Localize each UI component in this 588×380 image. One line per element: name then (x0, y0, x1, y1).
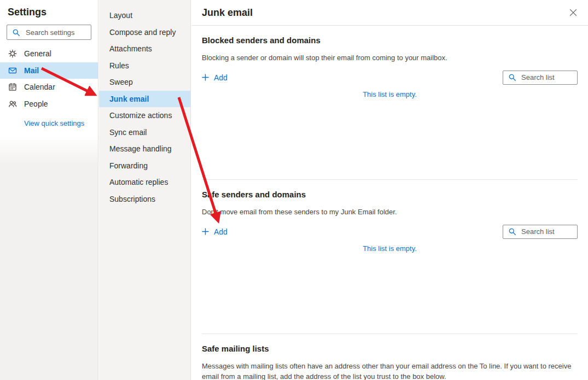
settings-search-input[interactable] (25, 28, 88, 37)
empty-list-message: This list is empty. (202, 90, 578, 98)
sidebar-item-label: Calendar (24, 83, 55, 91)
category-item-label: Automatic replies (109, 178, 168, 186)
section-safe-mailing-lists: Safe mailing listsMessages with mailing … (202, 334, 578, 380)
add-row: Add (202, 225, 578, 239)
category-item-label: Compose and reply (109, 28, 176, 37)
category-item-label: Sync email (109, 128, 147, 137)
category-item-label: Customize actions (109, 111, 172, 120)
category-item-forwarding[interactable]: Forwarding (99, 157, 190, 174)
panel-title: Junk email (202, 7, 253, 19)
mail-icon (8, 66, 17, 75)
add-button-label: Add (214, 73, 228, 82)
list-search-input[interactable] (520, 73, 574, 82)
section-description: Blocking a sender or domain will stop th… (202, 53, 578, 63)
add-plus-icon (202, 228, 209, 235)
category-item-automatic-replies[interactable]: Automatic replies (99, 174, 190, 191)
add-plus-icon (202, 74, 209, 81)
panel-header: Junk email (191, 0, 588, 26)
sidebar-item-label: Mail (24, 66, 39, 75)
settings-sidebar: Settings GeneralMailCalendarPeople View … (0, 0, 98, 380)
sidebar-item-general[interactable]: General (0, 45, 98, 62)
sidebar-item-label: General (24, 49, 51, 58)
category-item-label: Message handling (109, 144, 172, 153)
sidebar-item-mail[interactable]: Mail (0, 62, 98, 79)
gear-icon (8, 49, 17, 58)
search-icon (508, 73, 516, 81)
sidebar-nav: GeneralMailCalendarPeople (0, 45, 98, 112)
settings-window: Settings GeneralMailCalendarPeople View … (0, 0, 588, 380)
category-item-rules[interactable]: Rules (99, 57, 190, 74)
list-search-input[interactable] (520, 227, 574, 236)
search-icon (12, 28, 20, 37)
add-button-label: Add (214, 227, 228, 236)
search-icon (508, 227, 516, 236)
settings-title: Settings (8, 7, 98, 18)
sidebar-item-calendar[interactable]: Calendar (0, 79, 98, 96)
category-item-label: Subscriptions (109, 195, 155, 203)
category-item-customize-actions[interactable]: Customize actions (99, 107, 190, 124)
add-row: Add (202, 71, 578, 85)
section-description: Messages with mailing lists often have a… (202, 361, 578, 380)
list-search-box[interactable] (503, 225, 578, 239)
mail-settings-categories: LayoutCompose and replyAttachmentsRulesS… (99, 0, 191, 380)
sidebar-item-people[interactable]: People (0, 96, 98, 113)
close-icon (569, 9, 577, 16)
category-item-label: Sweep (109, 78, 133, 86)
category-item-attachments[interactable]: Attachments (99, 40, 190, 57)
category-item-layout[interactable]: Layout (99, 7, 190, 24)
category-item-label: Junk email (109, 95, 149, 103)
settings-search-box[interactable] (7, 25, 91, 40)
category-item-subscriptions[interactable]: Subscriptions (99, 191, 190, 208)
section-heading: Safe mailing lists (202, 334, 578, 353)
empty-list-message: This list is empty. (202, 244, 578, 253)
category-item-message-handling[interactable]: Message handling (99, 141, 190, 157)
add-button[interactable]: Add (202, 73, 228, 82)
category-item-sync-email[interactable]: Sync email (99, 124, 190, 141)
list-search-box[interactable] (503, 71, 578, 85)
category-item-sweep[interactable]: Sweep (99, 74, 190, 91)
category-item-label: Forwarding (109, 161, 148, 170)
category-item-compose-and-reply[interactable]: Compose and reply (99, 24, 190, 41)
add-button[interactable]: Add (202, 227, 228, 236)
junk-email-panel: Junk email Blocked senders and domainsBl… (191, 0, 588, 380)
calendar-icon (8, 83, 17, 91)
close-button[interactable] (566, 7, 580, 19)
section-heading: Blocked senders and domains (202, 26, 578, 45)
section-heading: Safe senders and domains (202, 180, 578, 199)
category-item-label: Attachments (109, 44, 152, 53)
section-description: Don't move email from these senders to m… (202, 207, 578, 218)
people-icon (8, 100, 17, 108)
category-item-junk-email[interactable]: Junk email (99, 91, 190, 108)
view-quick-settings-link[interactable]: View quick settings (24, 119, 84, 127)
category-item-label: Layout (109, 11, 132, 20)
panel-sections: Blocked senders and domainsBlocking a se… (191, 26, 588, 380)
category-item-label: Rules (109, 61, 129, 70)
section-safe-senders-and-domains: Safe senders and domainsDon't move email… (202, 180, 578, 334)
sidebar-item-label: People (24, 100, 48, 108)
section-blocked-senders-and-domains: Blocked senders and domainsBlocking a se… (202, 26, 578, 180)
